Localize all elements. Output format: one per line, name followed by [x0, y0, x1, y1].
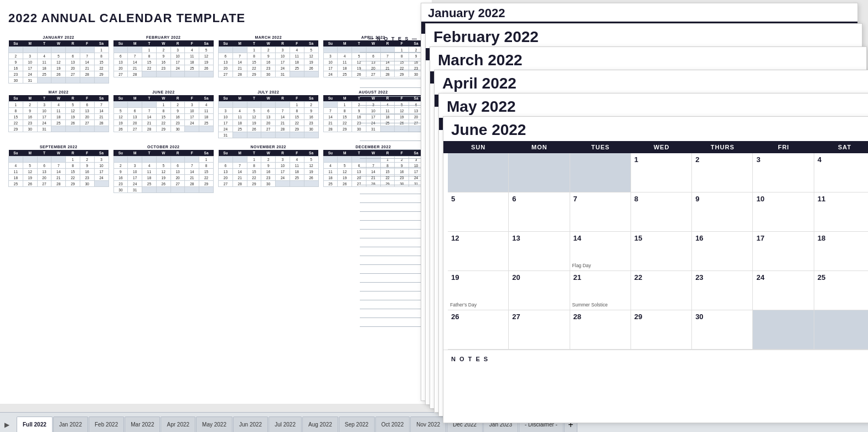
mini-cal-day: 28: [80, 71, 94, 77]
mini-cal-day: 3: [323, 53, 338, 59]
mini-cal-day: 21: [276, 120, 290, 126]
mini-cal-day: 9: [113, 169, 128, 175]
mini-cal-day: 22: [94, 65, 108, 71]
jun-event-label: Father's Day: [450, 302, 477, 308]
mini-cal-day: 13: [113, 59, 128, 65]
mini-cal-day: 27: [66, 71, 80, 77]
mini-cal-day: 4: [185, 47, 199, 53]
jun-day-cell: 28: [570, 310, 631, 349]
mini-cal-day: 14: [232, 169, 247, 175]
mini-cal-day: 16: [304, 114, 318, 120]
mini-cal-day: [247, 102, 261, 108]
mini-cal-title: JULY 2022: [218, 90, 319, 94]
mini-cal-day: 2: [170, 102, 185, 108]
mini-cal-day: 20: [170, 175, 185, 181]
mini-cal-day: 16: [261, 59, 276, 65]
mini-cal-day: 19: [247, 120, 261, 126]
tab-item-6[interactable]: Jun 2022: [233, 417, 268, 432]
tab-item-10[interactable]: Oct 2022: [375, 417, 410, 432]
mini-cal-day: [94, 181, 108, 187]
mini-cal-day: 13: [170, 169, 185, 175]
mini-cal-day: 16: [113, 175, 128, 181]
mini-cal-day: 14: [51, 169, 66, 175]
jun-day-cell: 18: [814, 232, 868, 270]
tab-nav-arrow[interactable]: ▶: [4, 421, 9, 429]
mini-cal-day: 24: [323, 71, 338, 77]
mini-cal-day: 30: [261, 71, 276, 77]
tab-item-7[interactable]: Jul 2022: [268, 417, 302, 432]
mini-cal-day: 6: [261, 108, 276, 114]
jun-day-cell: 22: [631, 271, 692, 310]
mini-cal-day: 13: [66, 59, 80, 65]
tab-item-2[interactable]: Feb 2022: [89, 417, 124, 432]
mini-cal-day: 8: [9, 108, 23, 114]
mini-cal-day: 22: [66, 175, 80, 181]
mini-cal-day: 6: [128, 108, 142, 114]
mini-cal-day: [142, 102, 157, 108]
mini-cal-0: JANUARY 2022SuMTWRFSa1234567891011121314…: [8, 35, 109, 84]
tab-item-1[interactable]: Jan 2022: [53, 417, 88, 432]
jun-day-cell: 21Summer Solstice: [570, 271, 631, 310]
mini-cal-day: 26: [66, 120, 80, 126]
tab-item-9[interactable]: Sep 2022: [339, 417, 375, 432]
mini-cal-day: [170, 157, 185, 163]
mini-cal-day: [232, 132, 247, 138]
mini-cal-day: [290, 132, 304, 138]
jun-grid: 1234567891011121314Flag Day1516171819Fat…: [443, 153, 868, 350]
mini-cal-day: 4: [338, 53, 352, 59]
mini-cal-day: 29: [94, 71, 108, 77]
mini-cal-day: [94, 126, 108, 132]
mini-cal-day: 22: [9, 120, 23, 126]
mini-cal-day: [261, 132, 276, 138]
mini-cal-day: [37, 157, 51, 163]
mini-cal-day: 1: [9, 102, 23, 108]
jun-day-cell: 20: [509, 271, 570, 310]
mini-cal-day: 7: [232, 163, 247, 169]
mini-cal-day: 25: [199, 120, 214, 126]
mini-cal-day: 9: [170, 108, 185, 114]
tab-item-5[interactable]: May 2022: [196, 417, 232, 432]
mini-cal-day: 6: [170, 163, 185, 169]
jun-event-label: Summer Solstice: [572, 302, 608, 308]
mini-cal-day: 29: [199, 181, 214, 187]
mini-cal-day: 25: [323, 181, 338, 187]
jun-day-cell: [570, 153, 631, 192]
mini-cal-day: 23: [261, 175, 276, 181]
jun-day-cell: 26: [448, 310, 509, 349]
tab-item-0[interactable]: Full 2022: [17, 417, 53, 432]
mini-cal-day: 28: [185, 181, 199, 187]
mini-cal-2: MARCH 2022SuMTWRFSa123456789101112131415…: [218, 35, 319, 84]
mini-cal-day: 10: [276, 163, 290, 169]
mini-cal-day: 25: [37, 71, 51, 77]
tab-item-11[interactable]: Nov 2022: [410, 417, 446, 432]
mini-cal-day: 2: [261, 47, 276, 53]
mini-cal-title: OCTOBER 2022: [113, 145, 214, 149]
jun-day-cell: 4: [814, 153, 868, 192]
tab-item-8[interactable]: Aug 2022: [302, 417, 338, 432]
mini-cal-6: JULY 2022SuMTWRFSa1234567891011121314151…: [218, 90, 319, 138]
mini-cal-day: 7: [276, 108, 290, 114]
mini-cal-day: 30: [170, 126, 185, 132]
mini-cal-day: 27: [128, 126, 142, 132]
spreadsheet-area: 2022 ANNUAL CALENDAR TEMPLATE JANUARY 20…: [0, 0, 432, 404]
apr-title: April 2022: [435, 70, 868, 95]
mini-cal-day: 15: [66, 169, 80, 175]
mini-cal-day: [276, 102, 290, 108]
jun-headers: SUN MON TUES WED THURS FRI SAT: [443, 141, 868, 153]
mini-cal-day: 29: [290, 126, 304, 132]
mini-cal-day: 22: [290, 120, 304, 126]
tab-item-3[interactable]: Mar 2022: [125, 417, 160, 432]
mini-cal-day: [290, 71, 304, 77]
mini-cal-day: [23, 47, 37, 53]
mini-cal-day: 24: [170, 65, 185, 71]
tab-item-4[interactable]: Apr 2022: [161, 417, 195, 432]
jun-week-row: 19Father's Day2021Summer Solstice2223242…: [448, 271, 868, 310]
mini-cal-day: 24: [219, 126, 233, 132]
mini-cal-day: [128, 47, 142, 53]
mini-cal-day: 23: [80, 175, 94, 181]
mini-cal-day: [9, 47, 23, 53]
mini-cal-day: 11: [37, 59, 51, 65]
mini-cal-8: SEPTEMBER 2022SuMTWRFSa12345678910111213…: [8, 145, 109, 193]
mini-cal-day: 16: [170, 114, 185, 120]
mini-cal-day: 8: [247, 163, 261, 169]
